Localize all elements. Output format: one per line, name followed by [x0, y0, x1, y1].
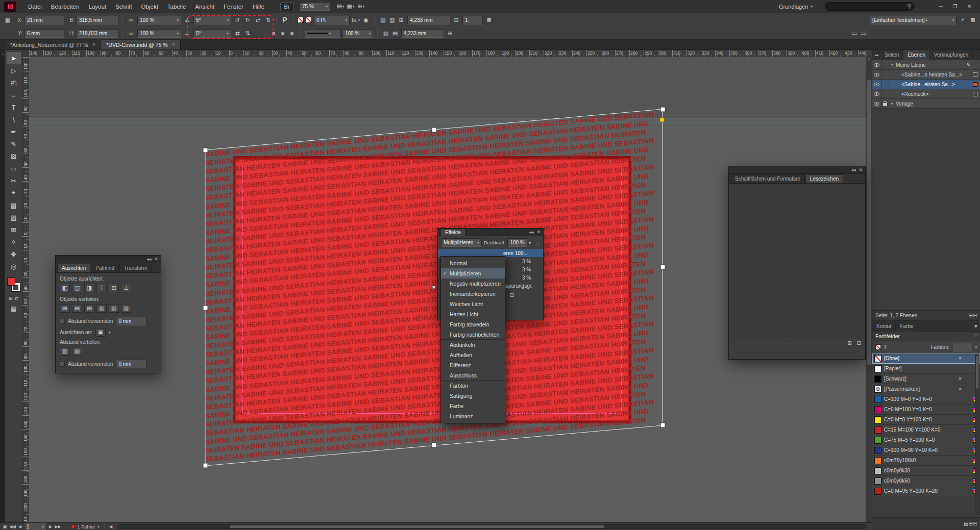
align-icon[interactable]: ≡: [288, 29, 296, 38]
swatch-row[interactable]: c0m0y0k50 ✕: [872, 476, 980, 486]
layer-visibility-cell[interactable]: [872, 60, 881, 69]
panel-menu-icon[interactable]: ≣: [535, 239, 540, 246]
chevron-right-icon[interactable]: ▸: [529, 240, 531, 245]
spacing-input[interactable]: 0 mm: [116, 317, 146, 325]
frame-icon[interactable]: ▭: [850, 29, 859, 38]
rotate-cw-button[interactable]: ↻: [243, 15, 252, 24]
blend-mode-option[interactable]: Luminanz: [441, 411, 505, 421]
scrollbar-thumb[interactable]: [867, 80, 871, 365]
center-point-handle[interactable]: [432, 286, 435, 289]
layer-name[interactable]: Vorlage: [895, 101, 971, 107]
swatch-row[interactable]: c0m0y0k30 ✕: [872, 466, 980, 476]
tab-bookmarks[interactable]: Lesezeichen: [805, 174, 843, 183]
visibility-icon[interactable]: ◉: [362, 15, 370, 24]
preflight-error-label[interactable]: 1 Fehler: [78, 524, 95, 529]
flip-vertical-button[interactable]: ⇅: [243, 29, 252, 38]
flip-vertical-button[interactable]: ⇅: [264, 15, 272, 24]
blend-mode-option[interactable]: Farbig nachbelichten: [441, 330, 505, 340]
scrollbar-thumb[interactable]: [230, 525, 604, 528]
panel-grip-icon[interactable]: ⋯⋯⋯: [780, 340, 795, 346]
swatch-row[interactable]: c0m76y100k0 ✕: [872, 456, 980, 466]
vertical-scrollbar[interactable]: ▴: [866, 57, 872, 522]
fill-proxy-icon[interactable]: [875, 344, 881, 350]
tool-button[interactable]: ▤: [7, 199, 21, 211]
layer-lock-cell[interactable]: [881, 80, 889, 89]
align-icon[interactable]: ◧: [60, 284, 70, 292]
align-to-select[interactable]: ▣: [95, 328, 106, 337]
flip-horizontal-button[interactable]: ⇄: [233, 29, 241, 38]
layer-name[interactable]: Meine Ebene: [895, 62, 967, 68]
quick-apply-icon[interactable]: ⚡: [959, 15, 967, 24]
baseline-icon[interactable]: ⊞: [446, 29, 454, 38]
tool-button[interactable]: ∖: [7, 113, 21, 125]
layer-name[interactable]: <Rechteck>: [895, 91, 971, 97]
layer-row[interactable]: <Sabine...n heiraten Sa...>: [872, 70, 980, 80]
vertical-ruler[interactable]: 1201101009080706050403020100102030405060…: [22, 57, 29, 522]
spacing-icon[interactable]: ▤: [391, 29, 399, 38]
document-tab[interactable]: *DVD-Cover.indd @ 75 % ✕: [101, 40, 181, 49]
panel-menu-icon[interactable]: ▾: [972, 322, 980, 331]
menu-item[interactable]: Ansicht: [190, 0, 219, 13]
panel-tab[interactable]: Ausrichten: [57, 264, 90, 272]
height-input[interactable]: 218,833 mm: [77, 29, 118, 38]
tool-button[interactable]: T: [7, 101, 21, 113]
layer-lock-cell[interactable]: [881, 99, 889, 108]
scale-x-select[interactable]: 100 %▾: [137, 16, 181, 24]
layer-visibility-cell[interactable]: [872, 70, 881, 79]
close-panel-icon[interactable]: ✕: [154, 257, 158, 262]
scroll-left-icon[interactable]: ◀: [109, 524, 112, 529]
tool-button[interactable]: ◰: [7, 77, 21, 89]
effects-panel-titlebar[interactable]: Effekte ◂◂ ✕: [438, 229, 543, 236]
swatch-row[interactable]: C=0 M=95 Y=100 K=20 ✕: [872, 486, 980, 496]
layer-lock-cell[interactable]: [881, 70, 889, 79]
minimize-button[interactable]: ─: [937, 4, 944, 9]
bridge-button[interactable]: Br: [280, 2, 293, 11]
dock-tab[interactable]: Verknüpfungen: [930, 50, 973, 60]
menu-item[interactable]: Datei: [23, 0, 46, 13]
blend-mode-option[interactable]: ✓ Multiplizieren: [441, 268, 505, 279]
horizontal-scrollbar[interactable]: [117, 524, 867, 529]
blend-mode-option[interactable]: Ineinanderkopieren: [441, 289, 505, 299]
text-proxy-icon[interactable]: T: [884, 344, 887, 350]
document-tab[interactable]: *Anleitung_Notizen.indd @ 77 % ✕: [5, 40, 101, 49]
tab-color[interactable]: Farbe: [896, 321, 918, 332]
stroke-weight-select[interactable]: 0 Pt▾: [314, 16, 350, 24]
swatch-row[interactable]: C=75 M=5 Y=100 K=0 ✕: [872, 435, 980, 445]
default-colors-icon[interactable]: ⊟: [9, 296, 13, 301]
distribute-spacing-icon[interactable]: ▥: [60, 347, 70, 356]
layer-lock-cell[interactable]: [881, 89, 889, 98]
page-number-select[interactable]: 1 ▾: [24, 522, 46, 530]
blend-mode-option[interactable]: Abdunkeln: [441, 340, 505, 350]
collapse-panel-icon[interactable]: ◂◂: [146, 257, 151, 262]
distribute-icon[interactable]: ▥: [121, 304, 131, 313]
arrange-documents-button[interactable]: ⊞ ▾: [357, 2, 365, 11]
tool-button[interactable]: ▨: [7, 211, 21, 223]
menu-item[interactable]: Layout: [84, 0, 111, 13]
align-icon[interactable]: ⊤: [96, 284, 107, 292]
preflight-error-icon[interactable]: [71, 524, 75, 528]
distribute-spacing-icon[interactable]: ▤: [72, 347, 82, 356]
view-options-button[interactable]: ▤ ▾: [336, 2, 345, 11]
blend-mode-option[interactable]: Farbe: [441, 401, 505, 411]
swap-colors-icon[interactable]: ⇄: [15, 296, 19, 301]
layer-visibility-cell[interactable]: [872, 80, 881, 89]
control-panel-menu-icon[interactable]: ≣: [969, 15, 977, 24]
blend-mode-option[interactable]: Weiches Licht: [441, 299, 505, 309]
swatch-row[interactable]: [Ohne] ✕: [872, 354, 980, 364]
horizontal-ruler[interactable]: 1401301201101009080706050403020100102030…: [29, 50, 872, 57]
position-tool-icon[interactable]: P: [281, 15, 289, 24]
dock-tab[interactable]: Seiten: [880, 50, 903, 60]
menu-item[interactable]: Tabelle: [163, 0, 190, 13]
tool-button[interactable]: ⊠: [7, 150, 21, 162]
swatch-row[interactable]: [Passermarken] ✕: [872, 384, 980, 394]
new-layer-icon[interactable]: ⊞: [968, 313, 972, 318]
tool-button[interactable]: ↔: [7, 89, 21, 101]
effects-menu-button[interactable]: fx.▾: [352, 15, 360, 24]
column-icon[interactable]: ▥: [388, 15, 396, 24]
delete-effect-icon[interactable]: ⊟: [510, 292, 514, 298]
bookmarks-empty-area[interactable]: [729, 184, 865, 338]
column-icon[interactable]: ▤: [379, 15, 387, 24]
align-icon[interactable]: ⊥: [121, 284, 131, 292]
swatches-header[interactable]: Farbfelder ≣: [872, 332, 980, 341]
layer-visibility-cell[interactable]: [872, 99, 881, 108]
